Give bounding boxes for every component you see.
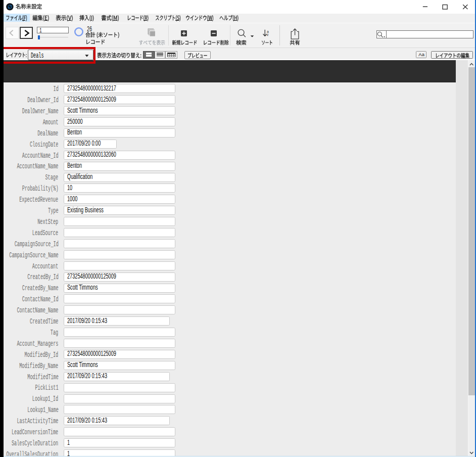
svg-text:z: z	[267, 33, 269, 36]
